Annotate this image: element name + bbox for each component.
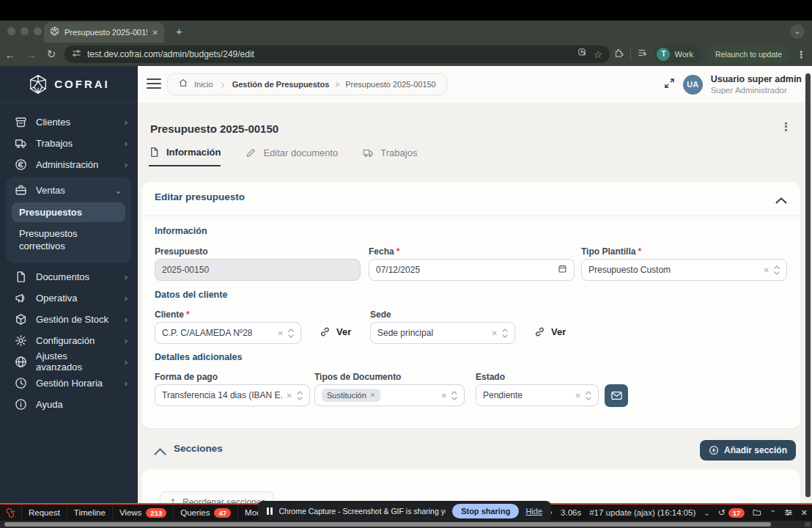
breadcrumb-section[interactable]: Gestión de Presupuestos (232, 80, 330, 89)
tab-editar-documento[interactable]: Editar documento (246, 147, 338, 166)
request-label[interactable]: #17 update (ajax) (16:14:05) (589, 508, 695, 517)
clear-icon[interactable]: ✕ (278, 329, 284, 337)
sidebar-subitem-presupuestos[interactable]: Presupuestos (12, 202, 125, 222)
relaunch-to-update-button[interactable]: Relaunch to update (707, 45, 790, 63)
folder-icon[interactable] (753, 508, 761, 517)
extensions-icon[interactable] (613, 48, 624, 61)
sede-select[interactable]: Sede principal ✕ (370, 322, 515, 344)
debugbar-tab-timeline[interactable]: Timeline (67, 505, 113, 521)
bookmark-star-icon[interactable]: ☆ (594, 49, 602, 60)
chip-remove-icon[interactable]: ✕ (370, 392, 376, 399)
sidebar-item-documentos[interactable]: Documentos › (0, 266, 138, 287)
clear-icon[interactable]: ✕ (575, 392, 581, 400)
clear-icon[interactable]: ✕ (764, 266, 769, 274)
forward-button[interactable]: → (21, 48, 41, 61)
clear-icon[interactable]: ✕ (287, 392, 292, 400)
clear-icon[interactable]: ✕ (441, 392, 447, 400)
tab-close-icon[interactable]: ✕ (152, 29, 158, 37)
sidebar-item-administracion[interactable]: Administración › (0, 154, 138, 175)
fecha-value[interactable]: 07/12/2025 (376, 265, 553, 275)
send-email-button[interactable] (605, 384, 628, 407)
browser-profile-button[interactable]: T Work (654, 45, 700, 63)
clients-box-icon (15, 116, 27, 128)
ver-sede-link[interactable]: Ver (534, 326, 566, 337)
horizontal-scrollbar-thumb[interactable] (4, 522, 771, 527)
history-count-badge: 17 (728, 508, 745, 518)
site-settings-icon[interactable] (72, 48, 81, 61)
close-debugbar-icon[interactable]: ✕ (801, 508, 808, 518)
select-chevrons-icon[interactable] (502, 328, 508, 339)
calendar-icon[interactable] (558, 264, 567, 276)
sidebar-item-operativa[interactable]: Operativa › (0, 287, 138, 309)
browser-tab[interactable]: Presupuesto 2025-00150 - C ✕ (44, 22, 164, 43)
sidebar-item-configuracion[interactable]: Configuración › (0, 330, 138, 351)
minimize-window-button[interactable] (21, 27, 29, 35)
hide-banner-link[interactable]: Hide (525, 507, 542, 516)
brand-logo[interactable]: COFRAI (0, 66, 138, 103)
fullscreen-icon[interactable] (664, 78, 675, 92)
forma-pago-select[interactable]: Transferencia 14 dias (IBAN E... ✕ (155, 384, 310, 406)
reorder-sections-button[interactable]: Reordenar secciones (160, 491, 274, 503)
add-section-button[interactable]: Añadir sección (700, 440, 796, 461)
sidebar-item-ajustes-avanzados[interactable]: Ajustes avanzados › (0, 351, 138, 373)
page-actions-kebab-icon[interactable]: ⋮ (780, 120, 791, 133)
select-chevrons-icon[interactable] (297, 390, 303, 401)
select-chevrons-icon[interactable] (586, 390, 591, 401)
breadcrumb-home[interactable]: Inicio (194, 80, 213, 89)
fecha-label: Fecha* (369, 246, 399, 257)
estado-select[interactable]: Pendiente ✕ (476, 384, 599, 406)
sidebar-item-gestion-stock[interactable]: Gestión de Stock › (0, 309, 138, 330)
request-duration: 3.06s (561, 508, 581, 517)
debugbar-tab-queries[interactable]: Queries47 (174, 505, 238, 521)
sidebar-subitem-presupuestos-correctivos[interactable]: Presupuestos correctivos (12, 224, 125, 257)
sidebar-item-gestion-horaria[interactable]: Gestión Horaria › (0, 373, 138, 394)
user-avatar[interactable]: UA (683, 75, 703, 95)
settings-sliders-icon[interactable] (784, 508, 793, 517)
sections-collapse-chevron-icon[interactable] (154, 445, 166, 458)
back-button[interactable]: ← (0, 48, 21, 61)
browser-menu-icon[interactable]: ⋮ (797, 49, 806, 60)
collapse-chevron-up-icon[interactable] (775, 194, 787, 207)
truck-icon (15, 137, 27, 150)
debugbar-tab-views[interactable]: Views213 (113, 505, 174, 521)
pause-icon[interactable] (267, 507, 273, 515)
fecha-field[interactable]: 07/12/2025 (369, 259, 575, 281)
zoom-window-button[interactable] (34, 27, 42, 35)
tipo-plantilla-select[interactable]: Presupuesto Custom ✕ (581, 259, 787, 281)
tab-search-chevron-icon[interactable]: ⌄ (790, 24, 805, 39)
stop-sharing-button[interactable]: Stop sharing (452, 504, 519, 518)
maximize-debugbar-chevron-icon[interactable]: ⌃ (769, 509, 775, 517)
translate-icon[interactable] (578, 48, 588, 61)
select-chevrons-icon[interactable] (774, 265, 780, 276)
address-bar[interactable]: test.dev.cofrai.com/admin/budgets/249/ed… (64, 45, 610, 63)
select-chevrons-icon[interactable] (288, 328, 294, 339)
sidebar-item-ayuda[interactable]: Ayuda (0, 394, 138, 415)
reading-list-icon[interactable] (638, 48, 648, 61)
tab-label: Editar documento (263, 147, 338, 158)
tab-trabajos[interactable]: Trabajos (363, 147, 417, 166)
sidebar-item-clientes[interactable]: Clientes › (0, 111, 138, 133)
window-controls[interactable] (7, 27, 42, 35)
sidebar-item-trabajos[interactable]: Trabajos › (0, 133, 138, 154)
hamburger-menu-icon[interactable] (147, 78, 161, 92)
sidebar-item-label: Ajustes avanzados (36, 351, 116, 373)
debugbar-tab-request[interactable]: Request (22, 505, 67, 521)
tipos-documento-chip[interactable]: Sustitución ✕ (322, 389, 380, 402)
ver-cliente-link[interactable]: Ver (320, 326, 351, 337)
cliente-select[interactable]: C.P. C/ALAMEDA Nº28 ✕ (155, 322, 301, 344)
reload-button[interactable]: ↻ (41, 48, 62, 61)
tipos-documento-select[interactable]: Sustitución ✕ ✕ (314, 384, 465, 406)
home-icon[interactable] (178, 78, 188, 91)
laravel-icon[interactable] (0, 505, 22, 521)
url-text[interactable]: test.dev.cofrai.com/admin/budgets/249/ed… (87, 49, 572, 59)
close-window-button[interactable] (7, 27, 15, 35)
new-tab-button[interactable]: + (176, 25, 182, 38)
tab-informacion[interactable]: Información (149, 147, 221, 166)
requests-dropdown-chevron-icon[interactable]: ⌄ (704, 509, 709, 517)
history-button[interactable]: ↺ 17 (718, 507, 745, 518)
ver-label: Ver (551, 326, 566, 337)
select-chevrons-icon[interactable] (451, 390, 457, 401)
sidebar-item-ventas[interactable]: Ventas ⌄ (6, 179, 131, 201)
page-scrollbar-thumb[interactable] (805, 73, 811, 497)
clear-icon[interactable]: ✕ (492, 329, 498, 337)
